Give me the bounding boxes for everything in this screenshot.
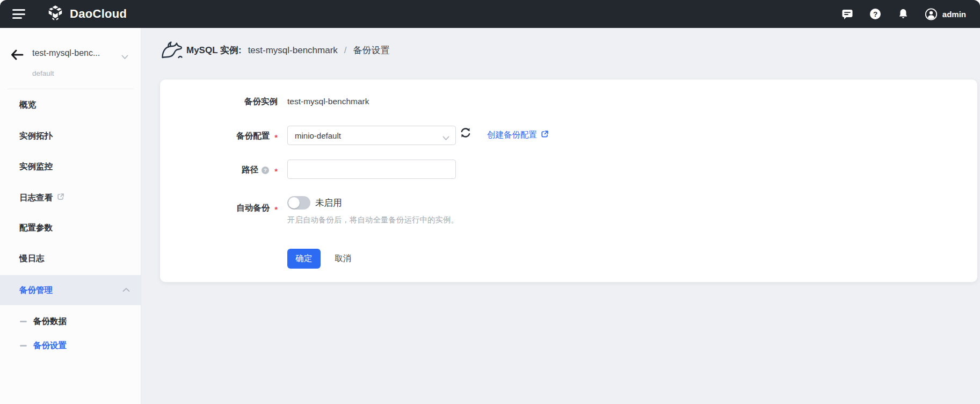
brand: DaoCloud bbox=[47, 4, 127, 24]
sidebar-item-parameters[interactable]: 配置参数 bbox=[0, 221, 141, 234]
path-input[interactable] bbox=[287, 160, 456, 179]
chevron-up-icon[interactable] bbox=[122, 285, 130, 294]
brand-name: DaoCloud bbox=[70, 7, 127, 21]
sidebar-item-backup-settings[interactable]: 备份设置 bbox=[0, 339, 141, 352]
sidebar-item-monitoring[interactable]: 实例监控 bbox=[0, 160, 141, 173]
daocloud-logo-icon bbox=[47, 4, 64, 24]
dash-icon bbox=[20, 321, 27, 322]
breadcrumb-instance[interactable]: test-mysql-benchmark bbox=[248, 45, 338, 56]
auto-backup-toggle[interactable] bbox=[287, 196, 310, 210]
path-label: 路径 bbox=[242, 164, 258, 176]
message-icon[interactable] bbox=[841, 8, 854, 20]
sidebar-item-logs[interactable]: 日志查看 bbox=[0, 191, 141, 204]
auto-backup-hint: 开启自动备份后，将自动全量备份运行中的实例。 bbox=[287, 215, 459, 225]
create-backup-config-link[interactable]: 创建备份配置 bbox=[487, 129, 549, 141]
refresh-icon[interactable] bbox=[458, 125, 473, 140]
help-glyph: ? bbox=[873, 10, 877, 18]
topbar-right: ? admin bbox=[841, 8, 980, 20]
required-asterisk: * bbox=[274, 205, 278, 214]
topbar: DaoCloud ? bbox=[0, 0, 980, 28]
breadcrumb: MySQL 实例: test-mysql-benchmark / 备份设置 bbox=[141, 28, 980, 62]
help-circle-icon[interactable]: ? bbox=[261, 166, 270, 175]
sidebar-header: test-mysql-benc... bbox=[0, 47, 141, 62]
user-chip[interactable]: admin bbox=[925, 8, 966, 20]
bell-icon[interactable] bbox=[897, 8, 910, 20]
sidebar-item-slowlog[interactable]: 慢日志 bbox=[0, 252, 141, 265]
cancel-button[interactable]: 取消 bbox=[335, 253, 351, 264]
mysql-dolphin-icon bbox=[161, 41, 183, 62]
chevron-down-icon bbox=[442, 133, 449, 143]
auto-backup-label: 自动备份 bbox=[236, 203, 270, 214]
breadcrumb-prefix: MySQL 实例: bbox=[186, 44, 242, 56]
chevron-down-icon[interactable] bbox=[121, 52, 128, 62]
namespace-label: default bbox=[32, 69, 54, 77]
backup-config-label: 备份配置 bbox=[236, 131, 270, 142]
main-content: MySQL 实例: test-mysql-benchmark / 备份设置 备份… bbox=[141, 28, 980, 404]
sidebar: test-mysql-benc... default 概览 实例拓扑 实例监控 … bbox=[0, 28, 141, 404]
external-link-icon bbox=[57, 191, 64, 204]
breadcrumb-separator: / bbox=[344, 45, 347, 56]
menu-icon[interactable] bbox=[12, 9, 25, 19]
back-arrow-icon[interactable] bbox=[10, 48, 24, 61]
sidebar-item-backup[interactable]: 备份管理 bbox=[0, 284, 141, 297]
sidebar-item-backup-data[interactable]: 备份数据 bbox=[0, 315, 141, 328]
required-asterisk: * bbox=[274, 167, 278, 176]
backup-instance-value: test-mysql-benchmark bbox=[287, 97, 369, 106]
auto-backup-state: 未启用 bbox=[315, 197, 342, 209]
sidebar-item-overview[interactable]: 概览 bbox=[0, 98, 141, 111]
external-link-icon bbox=[541, 130, 549, 140]
required-asterisk: * bbox=[274, 133, 278, 142]
backup-config-selected-value: minio-default bbox=[295, 131, 341, 140]
backup-config-select[interactable]: minio-default bbox=[287, 126, 456, 145]
instance-switcher[interactable]: test-mysql-benc... bbox=[32, 48, 100, 58]
backup-instance-label: 备份实例 bbox=[244, 96, 278, 107]
avatar-icon bbox=[925, 8, 938, 20]
confirm-button[interactable]: 确定 bbox=[287, 249, 321, 269]
sidebar-item-topology[interactable]: 实例拓扑 bbox=[0, 129, 141, 142]
user-name: admin bbox=[942, 10, 966, 19]
sidebar-divider bbox=[8, 89, 134, 89]
backup-settings-card: 备份实例 test-mysql-benchmark 备份配置 * minio-d… bbox=[160, 80, 977, 282]
dash-icon bbox=[20, 345, 27, 347]
svg-text:?: ? bbox=[264, 167, 267, 173]
breadcrumb-current: 备份设置 bbox=[353, 44, 390, 56]
help-icon[interactable]: ? bbox=[869, 8, 882, 20]
